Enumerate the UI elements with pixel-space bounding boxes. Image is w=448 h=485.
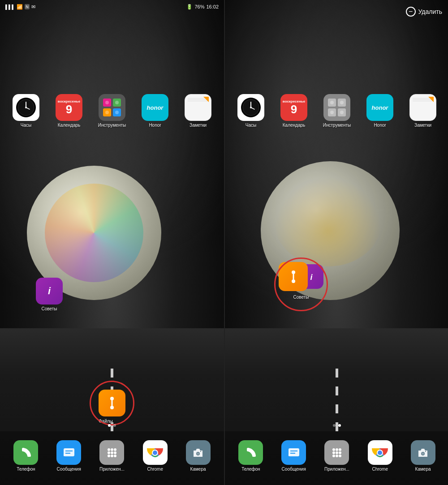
messages-icon-left [56,440,81,465]
signal-icon: ▌▌▌ [5,4,15,9]
notes-label-right: Заметки [414,123,431,128]
messages-icon-right [281,440,306,465]
status-left-left: ▌▌▌ 📶 N ✉ [5,4,35,10]
notification-icon: ✉ [31,4,35,10]
dot-2-right [338,424,341,427]
svg-point-47 [330,111,334,114]
right-screen: − Удалить Часы воскресе [225,0,448,485]
svg-point-62 [332,455,335,457]
svg-point-68 [378,451,382,455]
dock-chrome-right[interactable]: Chrome [368,440,392,472]
cal-day-left: 9 [58,103,80,115]
app-clock-left[interactable]: Часы [8,94,44,128]
page-dots-right [333,424,341,427]
wifi-icon: 📶 [17,4,23,10]
app-tools-right[interactable]: Инструменты [319,94,355,128]
svg-point-58 [339,448,341,451]
dock-phone-left[interactable]: Телефон [13,440,38,472]
svg-point-28 [111,455,113,457]
svg-point-33 [153,451,157,455]
messages-label-right: Сообщения [282,467,306,472]
delete-button[interactable]: − Удалить [406,7,442,17]
dock-apps-left[interactable]: Приложен... [99,440,125,472]
chrome-icon-left [143,440,168,465]
app-calendar-left[interactable]: воскресенье 9 Календарь [51,94,87,128]
chrome-label-right: Chrome [372,467,388,472]
cal-day-right: 9 [283,103,305,115]
top-apps-left: Часы воскресенье 9 Календарь [0,94,224,128]
svg-rect-53 [289,448,299,456]
nfc-icon: N [25,4,30,9]
camera-label-left: Камера [190,467,206,472]
notes-icon-left [185,94,211,121]
sovety-label-left: Советы [42,306,57,312]
svg-point-36 [200,451,201,452]
clock-icon-left [13,94,39,121]
red-circle-left [90,381,134,425]
svg-point-35 [197,452,199,455]
svg-point-46 [340,101,344,104]
svg-point-21 [108,448,110,451]
files-app-left[interactable]: Файлы [99,390,125,425]
honor-label-right: Honor [374,123,386,128]
svg-text:i: i [48,285,51,296]
dock-left: Телефон Сообщения [0,431,224,485]
dock-phone-right[interactable]: Телефон [238,440,263,472]
chrome-icon-right [368,440,392,465]
camera-label-right: Камера [415,467,431,472]
svg-point-57 [336,448,338,451]
notes-label-left: Заметки [190,123,207,128]
svg-point-22 [111,448,113,451]
app-notes-right[interactable]: Заметки [405,94,441,128]
delete-label: Удалить [418,8,442,15]
svg-point-70 [422,452,424,455]
page-dots-left [108,424,116,427]
moon-glow-right [274,177,382,266]
tools-icon-left [99,94,125,121]
sovety-app-left[interactable]: i Советы [36,278,63,312]
app-notes-left[interactable]: Заметки [180,94,216,128]
svg-point-48 [340,111,344,114]
app-honor-left[interactable]: honor Honor [137,94,173,128]
svg-point-11 [115,111,119,114]
calendar-icon-right: воскресенье 9 [280,94,307,121]
app-clock-right[interactable]: Часы [233,94,269,128]
svg-rect-18 [64,448,74,456]
dock-right: Телефон Сообщения [225,431,448,485]
apps-label-right: Приложен... [324,467,349,472]
app-calendar-right[interactable]: воскресенье 9 Календарь [276,94,312,128]
app-tools-left[interactable]: Инструменты [94,94,130,128]
dock-chrome-left[interactable]: Chrome [143,440,168,472]
svg-point-10 [105,111,109,114]
svg-point-40 [250,107,252,108]
clock-label-left: Часы [21,123,31,128]
camera-icon-right [411,440,435,465]
dock-messages-left[interactable]: Сообщения [56,440,81,472]
calendar-icon-left: воскресенье 9 [56,94,82,121]
svg-point-25 [111,451,113,454]
svg-point-56 [332,448,335,451]
dock-camera-left[interactable]: Камера [186,440,211,472]
apps-icon-right [324,440,349,465]
honor-icon-right: honor [366,94,393,121]
delete-circle-icon: − [406,7,416,17]
svg-point-64 [339,455,341,457]
right-bg [225,0,448,485]
calendar-label-left: Календарь [58,123,80,128]
sovety-files-group-right[interactable]: i Советы [279,262,308,291]
tools-icon-right [323,94,350,121]
svg-point-26 [114,451,116,454]
status-bar-left: ▌▌▌ 📶 N ✉ 🔋 76% 16:02 [0,0,224,13]
svg-point-60 [336,451,338,454]
dock-apps-right[interactable]: Приложен... [324,440,349,472]
svg-point-3 [25,107,27,108]
dock-camera-right[interactable]: Камера [411,440,435,472]
app-honor-right[interactable]: honor Honor [362,94,398,128]
svg-point-63 [336,455,338,457]
phone-icon-left [13,440,38,465]
svg-point-9 [115,101,119,104]
dot-1-right [333,424,336,427]
phone-label-left: Телефон [17,467,35,472]
dock-messages-right[interactable]: Сообщения [281,440,306,472]
honor-text-right: honor [372,104,388,111]
